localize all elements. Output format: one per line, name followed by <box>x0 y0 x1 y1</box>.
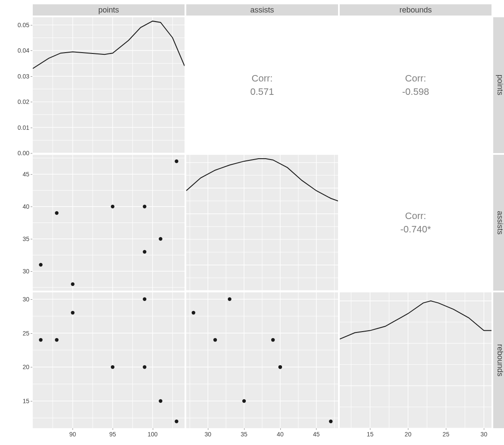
xtick: 30 <box>481 431 488 438</box>
xaxis-points: 9095100 <box>33 430 185 443</box>
svg-point-80 <box>111 365 114 369</box>
svg-point-102 <box>213 338 217 342</box>
xtick: 100 <box>147 431 157 438</box>
panel-density-points <box>33 17 185 153</box>
svg-point-103 <box>271 338 275 342</box>
corr-text: Corr: 0.571 <box>186 17 338 153</box>
ytick: 0.02 <box>18 98 29 105</box>
corr-label: Corr: <box>405 72 426 85</box>
row-strip-rebounds: rebounds <box>493 292 504 428</box>
xtick: 15 <box>367 431 374 438</box>
ytick: 0.05 <box>18 22 29 28</box>
row-strip-assists: assists <box>493 155 504 291</box>
corner-tl <box>4 4 31 16</box>
yaxis-assists: 30354045 <box>4 155 31 291</box>
svg-point-106 <box>228 298 231 301</box>
col-strip-assists: assists <box>186 4 338 16</box>
ytick: 0.01 <box>18 124 29 131</box>
svg-point-40 <box>159 237 162 241</box>
col-strip-points: points <box>33 4 185 16</box>
xaxis-assists: 30354045 <box>186 430 338 443</box>
corr-text: Corr: -0.740* <box>340 155 491 291</box>
ytick: 30 <box>22 268 29 275</box>
svg-point-78 <box>55 338 58 342</box>
panel-density-assists <box>186 155 338 291</box>
corner-bl <box>4 430 31 443</box>
xtick: 40 <box>277 431 284 438</box>
ytick: 15 <box>22 398 29 404</box>
ytick: 20 <box>22 364 29 370</box>
panel-scatter-rebounds-vs-points <box>33 292 185 428</box>
corr-value: 0.571 <box>250 85 274 99</box>
corr-label: Corr: <box>252 72 273 85</box>
svg-point-82 <box>143 365 146 369</box>
corr-label: Corr: <box>405 210 426 223</box>
xtick: 25 <box>443 431 450 438</box>
svg-point-41 <box>175 160 178 163</box>
svg-point-39 <box>143 205 146 208</box>
ytick: 0.04 <box>18 47 29 54</box>
corr-value: -0.598 <box>402 85 429 99</box>
ytick: 0.03 <box>18 73 29 80</box>
svg-point-83 <box>159 399 162 403</box>
panel-density-rebounds <box>340 292 491 428</box>
row-strip-points: points <box>493 17 504 153</box>
svg-point-104 <box>192 311 195 314</box>
xtick: 35 <box>241 431 247 438</box>
pairs-plot: points assists rebounds 0.000.010.020.03… <box>4 4 501 443</box>
yaxis-rebounds: 15202530 <box>4 292 31 428</box>
panel-corr-points-rebounds: Corr: -0.598 <box>340 17 491 153</box>
svg-point-79 <box>71 311 74 314</box>
ytick: 35 <box>22 235 29 242</box>
panel-corr-assists-rebounds: Corr: -0.740* <box>340 155 491 291</box>
xtick: 90 <box>69 431 76 438</box>
svg-point-37 <box>111 205 114 208</box>
panel-corr-points-assists: Corr: 0.571 <box>186 17 338 153</box>
ytick: 45 <box>22 171 29 178</box>
svg-point-34 <box>39 263 42 266</box>
xtick: 30 <box>204 431 211 438</box>
svg-point-35 <box>55 211 58 215</box>
ytick: 40 <box>22 203 29 210</box>
svg-point-84 <box>175 420 178 423</box>
corner-br <box>493 430 504 443</box>
svg-point-107 <box>279 365 282 369</box>
panel-scatter-rebounds-vs-assists <box>186 292 338 428</box>
svg-point-108 <box>242 399 246 403</box>
corr-text: Corr: -0.598 <box>340 17 491 153</box>
svg-point-38 <box>143 250 146 254</box>
xaxis-rebounds: 15202530 <box>340 430 491 443</box>
xtick: 45 <box>313 431 320 438</box>
svg-point-81 <box>143 298 146 301</box>
panel-scatter-assists-vs-points <box>33 155 185 291</box>
ytick: 30 <box>22 296 29 303</box>
corr-value: -0.740* <box>401 223 431 236</box>
svg-point-109 <box>329 420 332 423</box>
yaxis-points-density: 0.000.010.020.030.040.05 <box>4 17 31 153</box>
ytick: 25 <box>22 330 29 337</box>
corner-tr <box>493 4 504 16</box>
xtick: 95 <box>109 431 116 438</box>
svg-point-36 <box>71 282 74 286</box>
col-strip-rebounds: rebounds <box>340 4 491 16</box>
xtick: 20 <box>405 431 412 438</box>
svg-point-77 <box>39 338 42 342</box>
